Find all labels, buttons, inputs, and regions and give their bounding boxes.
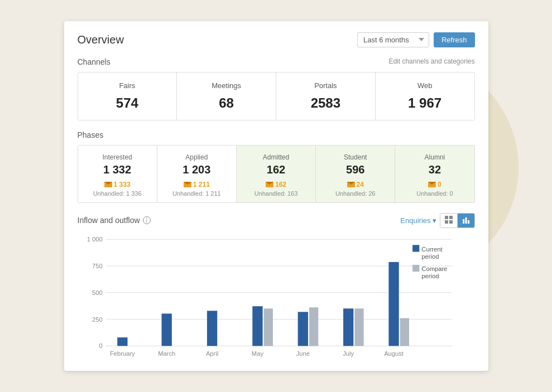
inflow-chart: 1 000 750 500 250 0 [78, 234, 475, 359]
legend-current-box [412, 245, 419, 251]
phase-name-admitted: Admitted [241, 153, 311, 161]
channel-name-fairs: Fairs [84, 81, 171, 90]
channels-section-label: Channels Edit channels and categories [78, 57, 475, 66]
phase-item-applied: Applied 1 203 1 211 Unhandled: 1 211 [157, 146, 237, 202]
edit-channels-link[interactable]: Edit channels and categories [388, 57, 474, 65]
chart-container: 1 000 750 500 250 0 [78, 234, 475, 360]
bar-mar-current [161, 313, 171, 346]
phase-value-interested: 1 332 [83, 163, 152, 176]
phases-box: Interested 1 332 1 333 Unhandled: 1 336 … [78, 145, 475, 203]
phase-value-admitted: 162 [241, 163, 311, 176]
unhandled-student: Unhandled: 26 [320, 190, 390, 197]
inflow-controls: Enquiries ▾ [400, 213, 474, 228]
channel-item-web: Web 1 967 [376, 72, 474, 120]
email-icon [428, 182, 436, 187]
channels-box: Fairs 574 Meetings 68 Portals 2583 Web 1… [78, 72, 475, 120]
period-select[interactable]: Last 6 months Last 3 months Last 12 mont… [357, 32, 429, 47]
enquiries-button[interactable]: Enquiries ▾ [400, 216, 436, 225]
inflow-section: Inflow and outflow i Enquiries ▾ [78, 213, 475, 360]
bar-aug-current [388, 262, 399, 346]
channels-section: Channels Edit channels and categories Fa… [78, 57, 475, 120]
email-icon [184, 182, 191, 187]
email-count-student: 24 [357, 181, 364, 188]
svg-rect-4 [463, 219, 464, 224]
bar-may-current [252, 306, 262, 346]
bar-jul-current [343, 308, 353, 346]
bar-aug-compare [400, 318, 409, 346]
svg-text:March: March [158, 350, 175, 356]
svg-text:April: April [205, 350, 218, 356]
svg-text:February: February [110, 350, 135, 356]
channel-value-web: 1 967 [381, 95, 469, 111]
panel-header: Overview Last 6 months Last 3 months Las… [78, 32, 475, 47]
channel-value-portals: 2583 [282, 95, 369, 111]
chart-view-button[interactable] [458, 214, 474, 228]
svg-text:June: June [296, 350, 309, 356]
bar-apr-current [207, 311, 217, 346]
svg-rect-0 [445, 216, 448, 219]
inflow-title: Inflow and outflow i [78, 216, 151, 225]
phase-item-alumni: Alumni 32 0 Unhandled: 0 [395, 146, 474, 202]
phase-value-applied: 1 203 [162, 163, 232, 176]
inflow-header: Inflow and outflow i Enquiries ▾ [78, 213, 475, 228]
unhandled-interested: Unhandled: 1 336 [83, 190, 152, 197]
channel-value-meetings: 68 [183, 95, 270, 111]
svg-text:July: July [343, 350, 354, 356]
email-count-applied: 1 211 [193, 181, 210, 188]
bar-may-compare [263, 308, 272, 346]
unhandled-admitted: Unhandled: 163 [241, 190, 311, 197]
phase-value-alumni: 32 [400, 163, 469, 176]
phases-section-label: Phases [78, 130, 475, 139]
svg-rect-5 [465, 217, 467, 224]
svg-text:250: 250 [92, 316, 103, 322]
svg-text:0: 0 [99, 342, 102, 349]
svg-text:Compare: Compare [421, 265, 447, 272]
svg-text:1 000: 1 000 [87, 236, 102, 243]
unhandled-alumni: Unhandled: 0 [400, 190, 469, 197]
channel-name-portals: Portals [282, 81, 369, 90]
svg-rect-2 [445, 220, 448, 224]
channel-item-fairs: Fairs 574 [78, 72, 177, 120]
main-panel: Overview Last 6 months Last 3 months Las… [64, 21, 488, 371]
phase-name-interested: Interested [83, 153, 152, 161]
phase-name-student: Student [320, 153, 390, 161]
phase-item-interested: Interested 1 332 1 333 Unhandled: 1 336 [78, 146, 157, 202]
email-icon [266, 182, 273, 187]
bar-jul-compare [354, 308, 363, 346]
refresh-button[interactable]: Refresh [434, 32, 475, 47]
phases-section: Phases Interested 1 332 1 333 Unhandled:… [78, 130, 475, 203]
svg-text:period: period [421, 273, 439, 279]
svg-rect-3 [449, 220, 453, 224]
bar-feb-current [117, 337, 127, 346]
channel-item-portals: Portals 2583 [276, 72, 376, 120]
phase-name-alumni: Alumni [400, 153, 469, 161]
info-icon[interactable]: i [143, 216, 151, 224]
table-view-button[interactable] [440, 214, 458, 228]
svg-text:May: May [251, 350, 263, 356]
bar-jun-compare [309, 307, 318, 346]
page-title: Overview [78, 33, 124, 46]
svg-text:August: August [384, 350, 404, 356]
bar-jun-current [297, 312, 308, 346]
svg-text:500: 500 [92, 289, 103, 296]
svg-rect-6 [468, 220, 469, 224]
svg-rect-1 [449, 216, 453, 219]
email-icon [347, 182, 355, 187]
channel-name-meetings: Meetings [183, 81, 270, 90]
svg-text:period: period [421, 253, 439, 259]
channel-value-fairs: 574 [84, 95, 171, 111]
email-count-alumni: 0 [438, 181, 441, 188]
unhandled-applied: Unhandled: 1 211 [162, 190, 232, 197]
email-count-admitted: 162 [275, 181, 286, 188]
svg-text:750: 750 [92, 263, 103, 269]
phase-value-student: 596 [320, 163, 390, 176]
header-controls: Last 6 months Last 3 months Last 12 mont… [357, 32, 475, 47]
svg-text:Current: Current [421, 245, 443, 252]
legend-compare-box [412, 265, 419, 272]
email-count-interested: 1 333 [114, 181, 131, 188]
phase-name-applied: Applied [162, 153, 232, 161]
email-icon [104, 182, 112, 187]
channel-item-meetings: Meetings 68 [177, 72, 276, 120]
channel-name-web: Web [381, 81, 469, 90]
view-toggle [440, 213, 475, 228]
